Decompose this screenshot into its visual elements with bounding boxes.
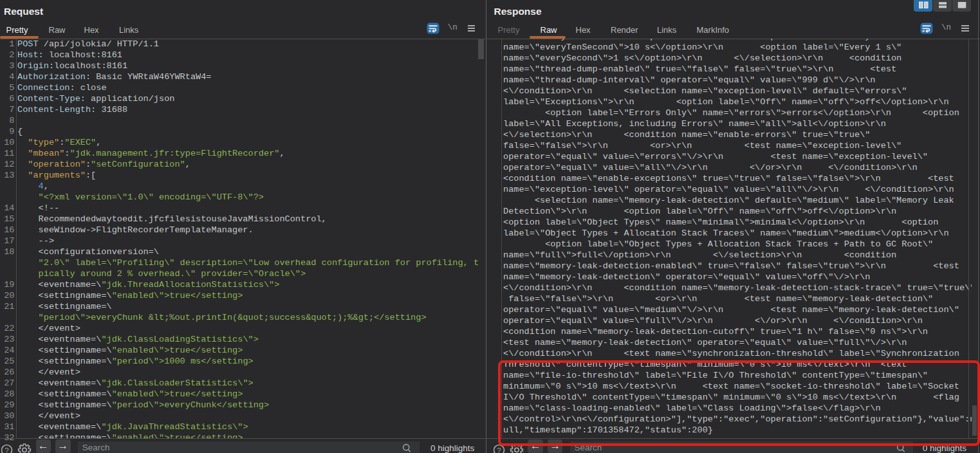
svg-text:?: ? — [5, 447, 8, 453]
svg-text:?: ? — [497, 447, 501, 453]
